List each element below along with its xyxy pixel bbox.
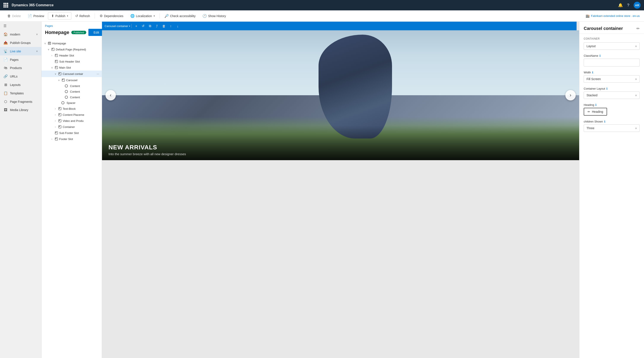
sidebar-item-pages[interactable]: 📄 Pages [0, 55, 41, 64]
children-shown-info-icon[interactable]: ℹ [604, 120, 605, 123]
sidebar-item-templates[interactable]: 📋 Templates [0, 89, 41, 97]
tree-item-content-2[interactable]: Content [42, 89, 102, 94]
container-layout-info-icon[interactable]: ℹ [606, 87, 608, 90]
sidebar-item-label-live-site: Live site [10, 50, 34, 53]
video-prod-label: Video and Produ [63, 119, 100, 122]
module-copy-button[interactable]: ⧉ [147, 23, 153, 29]
heading-label: Heading ℹ [584, 103, 640, 106]
module-name-chevron-icon[interactable]: ▾ [129, 25, 130, 27]
content-3-chevron-placeholder [60, 95, 64, 99]
layout-select[interactable]: Layout ∨ [584, 42, 640, 50]
spacer-circle-icon [61, 101, 64, 104]
sidebar-item-urls[interactable]: 🔗 URLs [0, 72, 41, 81]
heading-info-icon[interactable]: ℹ [596, 103, 596, 106]
app-grid-icon[interactable] [4, 3, 8, 8]
main-slot-chevron-icon[interactable]: ∨ [50, 66, 54, 69]
carousel-title: NEW ARRIVALs [108, 144, 573, 151]
tree-item-text-block[interactable]: › Text-Block [42, 106, 102, 112]
show-history-button[interactable]: 🕐 Show History [200, 13, 229, 19]
live-site-icon: 📡 [4, 49, 8, 53]
container-chevron-icon[interactable]: › [54, 125, 57, 129]
tree-item-header-slot[interactable]: › Header Slot [42, 52, 102, 58]
text-block-chevron-icon[interactable]: › [54, 107, 57, 110]
tree-item-sub-header-slot[interactable]: Sub Header Slot [42, 58, 102, 65]
help-icon[interactable]: ? [627, 3, 629, 8]
module-add-button[interactable]: ＋ [133, 23, 140, 29]
tree-item-carousel[interactable]: ∨ Carousel [42, 77, 102, 83]
default-page-chevron-icon[interactable]: ∨ [47, 48, 50, 51]
tree-item-video-prod[interactable]: › Video and Produ [42, 118, 102, 124]
footer-slot-label: Footer Slot [59, 137, 100, 141]
module-down-button[interactable]: ↓ [174, 23, 181, 29]
width-select[interactable]: Fill Screen ∨ [584, 75, 640, 83]
classname-info-icon[interactable]: ℹ [600, 54, 600, 57]
video-prod-chevron-icon[interactable]: › [54, 119, 57, 122]
carousel-chevron-icon[interactable]: ∨ [57, 78, 60, 82]
tree-item-carousel-container[interactable]: ∨ Carousel contair ··· [42, 71, 102, 77]
heading-button[interactable]: ✏ Heading [584, 108, 607, 116]
check-accessibility-button[interactable]: 🔎 Check accessibility [162, 13, 198, 19]
tree-item-default-page[interactable]: ∨ Default Page (Required) [42, 46, 102, 52]
preview-button[interactable]: 📄 Preview [25, 13, 47, 19]
carousel-container-icon [58, 72, 62, 76]
publish-button[interactable]: ⬆ Publish ▾ [48, 12, 71, 20]
main-slot-icon [54, 66, 58, 70]
refresh-button[interactable]: ↺ Refresh [72, 13, 93, 19]
content-placement-chevron-icon[interactable]: › [54, 113, 57, 116]
tree-item-main-slot[interactable]: ∨ Main Slot [42, 65, 102, 71]
sidebar-item-live-site[interactable]: 📡 Live site ∨ [0, 47, 41, 55]
carousel-container-more-icon[interactable]: ··· [96, 72, 100, 76]
header-slot-chevron-icon[interactable]: › [50, 54, 54, 57]
classname-input[interactable] [584, 59, 640, 66]
tree-item-content-placement[interactable]: › Content Placeme [42, 112, 102, 118]
sidebar-item-modern[interactable]: 🏠 modern ∨ [0, 30, 41, 39]
svg-rect-17 [59, 108, 60, 109]
page-breadcrumb[interactable]: Pages [45, 24, 98, 28]
page-tree: ∨ Homepage ∨ Default Page (Required) › [42, 39, 102, 358]
right-panel-edit-icon[interactable]: ✏ [636, 26, 640, 31]
footer-slot-chevron-icon[interactable]: › [50, 137, 54, 141]
sub-footer-chevron-placeholder [50, 131, 54, 135]
module-delete-button[interactable]: 🗑 [160, 23, 167, 29]
homepage-chevron-icon[interactable]: ∨ [43, 42, 47, 45]
children-shown-select[interactable]: Three ∨ [584, 124, 640, 132]
container-layout-select[interactable]: Stacked ∨ [584, 92, 640, 99]
store-icon: 🏬 [586, 14, 590, 18]
rp-field-layout: Layout ∨ [584, 42, 640, 50]
delete-button[interactable]: 🗑 Delete [4, 13, 24, 19]
user-avatar[interactable]: AR [634, 2, 640, 9]
carousel-prev-button[interactable]: ‹ [106, 90, 116, 100]
module-refresh-button[interactable]: ↺ [140, 23, 146, 29]
sidebar-item-publish-groups[interactable]: 📤 Publish Groups [0, 39, 41, 47]
tree-item-homepage[interactable]: ∨ Homepage [42, 40, 102, 46]
tree-item-spacer[interactable]: Spacer [42, 100, 102, 106]
sidebar-collapse-button[interactable]: ☰ [0, 22, 41, 30]
sidebar-item-label-page-fragments: Page Fragments [10, 100, 38, 103]
carousel-next-button[interactable]: › [565, 90, 576, 100]
dependencies-button[interactable]: ⚙ Dependencies [96, 13, 126, 19]
canvas-wrapper[interactable]: Carousel container ▾ ＋ ↺ ⧉ ⤴ 🗑 ↑ ↓ [102, 22, 579, 358]
module-export-button[interactable]: ⤴ [154, 23, 160, 29]
module-up-button[interactable]: ↑ [168, 23, 174, 29]
localization-button[interactable]: 🌐 Localization ▾ [127, 13, 158, 19]
content-2-circle-icon [65, 90, 68, 93]
tree-item-sub-footer-slot[interactable]: Sub Footer Slot [42, 130, 102, 136]
sub-header-slot-chevron-placeholder [50, 60, 54, 63]
notification-icon[interactable]: 🔔 [618, 3, 623, 8]
sidebar-item-page-fragments[interactable]: ⬡ Page Fragments [0, 97, 41, 106]
tree-item-container[interactable]: › Container [42, 124, 102, 130]
tree-item-content-3[interactable]: Content [42, 94, 102, 100]
media-library-icon: 🖼 [4, 108, 8, 112]
tree-item-content-1[interactable]: Content [42, 83, 102, 89]
svg-rect-21 [59, 120, 60, 121]
toolbar-divider-2 [160, 14, 160, 19]
right-panel-header: Carousel container ✏ [580, 22, 644, 34]
sidebar-item-media-library[interactable]: 🖼 Media Library [0, 106, 41, 114]
svg-rect-14 [62, 79, 64, 81]
width-info-icon[interactable]: ℹ [592, 71, 593, 74]
children-shown-select-chevron-icon: ∨ [635, 127, 637, 130]
tree-item-footer-slot[interactable]: › Footer Slot [42, 136, 102, 142]
carousel-container-chevron-icon[interactable]: ∨ [54, 72, 57, 76]
sidebar-item-products[interactable]: 🛍 Products [0, 64, 41, 72]
sidebar-item-layouts[interactable]: ⊞ Layouts [0, 81, 41, 89]
